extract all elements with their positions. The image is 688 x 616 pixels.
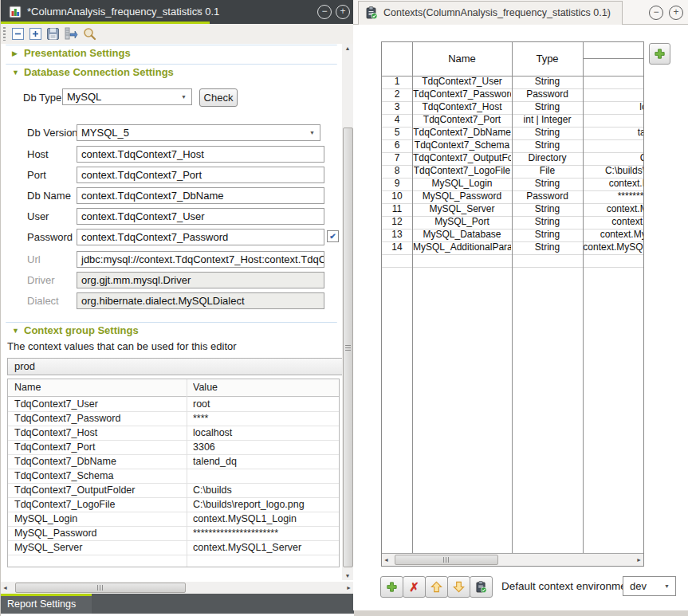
port-input[interactable]: context.TdqContext7_Port [77, 167, 324, 183]
value-column-header[interactable]: Value [193, 379, 336, 396]
move-down-button[interactable] [447, 576, 470, 598]
name-column-header[interactable]: Name [14, 379, 182, 396]
scroll-left-icon[interactable]: ◄ [383, 554, 389, 566]
vertical-scroll-thumb[interactable] [343, 128, 353, 567]
variable-name-cell[interactable]: TdqContext7_OutputFolder [413, 152, 511, 165]
user-input[interactable]: context.TdqContext7_User [77, 208, 324, 225]
variable-type-cell[interactable]: String [513, 76, 582, 88]
context-value-row[interactable]: TdqContext7_Schema [8, 469, 339, 484]
variable-type-cell[interactable]: Password [513, 88, 582, 101]
variable-name-cell[interactable]: TdqContext7_Host [413, 101, 511, 114]
variable-type-cell[interactable]: String [513, 139, 582, 152]
minimize-icon[interactable]: − [317, 5, 332, 19]
variable-type-cell[interactable]: Directory [513, 152, 582, 165]
variable-value-cell[interactable]: C:\builds\report_logo.png [583, 165, 644, 178]
close-icon[interactable]: × [603, 2, 610, 24]
context-variable-row[interactable]: 12 MySQL_Port String ▼ context.MySQL1_Po… [382, 216, 644, 230]
variable-type-cell[interactable]: File [513, 165, 582, 178]
context-variable-row[interactable]: 11 MySQL_Server String ▼ context.MySQL1_… [382, 203, 644, 217]
minimize-icon[interactable]: − [649, 6, 663, 20]
name-column-header[interactable]: Name [413, 42, 511, 76]
variable-type-cell[interactable]: String [513, 216, 582, 229]
url-input[interactable]: jdbc:mysql://context.TdqContext7_Host:co… [77, 251, 324, 268]
tab-column-analysis[interactable]: *ColumnAnalysis_frequency_statistics 0.1… [1, 0, 210, 24]
section-database-connection-settings[interactable]: ▼ Database Connection Settings [1, 65, 342, 80]
context-variable-row[interactable]: 14 MySQL_AdditionalParams String ▼ conte… [382, 241, 644, 255]
variable-type-cell[interactable]: Password [513, 190, 582, 203]
variable-value-cell[interactable]: context.MySQL1_Server [583, 203, 644, 216]
variable-name-cell[interactable]: TdqContext7_LogoFile [413, 165, 511, 178]
context-value-row[interactable]: TdqContext7_DbName talend_dq [8, 454, 339, 469]
context-variable-row[interactable]: 1 TdqContext7_User String ▼ root [382, 76, 644, 89]
variable-name-cell[interactable]: TdqContext7_User [413, 76, 511, 88]
context-value-row[interactable]: MySQL_Login context.MySQL1_Login [8, 512, 339, 527]
variable-value-cell[interactable]: ********************** [583, 190, 644, 203]
password-checkbox[interactable]: ✔ [327, 230, 339, 242]
variable-type-cell[interactable]: String [513, 203, 582, 216]
context-value-row[interactable]: TdqContext7_Host localhost [8, 426, 339, 441]
variable-value-cell[interactable]: talend_dq [583, 127, 644, 139]
variable-name-cell[interactable]: MySQL_Password [413, 190, 511, 203]
manage-contexts-button[interactable] [470, 576, 493, 598]
variable-name-cell[interactable]: TdqContext7_Port [413, 114, 511, 127]
type-column-header[interactable]: Type [513, 42, 582, 76]
variable-type-cell[interactable]: String [513, 229, 582, 241]
maximize-icon[interactable]: + [336, 5, 350, 19]
variable-type-cell[interactable]: String [513, 178, 582, 190]
context-variable-row[interactable]: 2 TdqContext7_Password Password ▼ **** [382, 88, 644, 102]
context-variable-row[interactable]: 8 TdqContext7_LogoFile File ▼ C:\builds\… [382, 165, 644, 179]
horizontal-scroll-thumb[interactable] [15, 583, 186, 593]
variable-name-cell[interactable]: MySQL_Port [413, 216, 511, 229]
tab-contexts[interactable]: Contexts(ColumnAnalysis_frequency_statis… [358, 1, 623, 26]
context-value-row[interactable]: MySQL_Server context.MySQL1_Server [8, 540, 339, 555]
variable-type-cell[interactable]: String [513, 241, 582, 254]
variable-type-cell[interactable]: int | Integer [513, 114, 582, 127]
context-variable-row[interactable]: 7 TdqContext7_OutputFolder Directory ▼ C… [382, 152, 644, 166]
variable-value-cell[interactable]: root [583, 76, 644, 88]
context-variable-row[interactable]: 9 MySQL_Login String ▼ context.MySQL1_Lo… [382, 178, 644, 191]
tab-report-settings[interactable]: Report Settings [1, 594, 92, 614]
close-icon[interactable]: × [196, 0, 202, 22]
context-variable-row[interactable]: 10 MySQL_Password Password ▼ ***********… [382, 190, 644, 204]
move-up-button[interactable] [425, 576, 448, 598]
password-input[interactable]: context.TdqContext7_Password [77, 229, 324, 245]
db-type-combo[interactable]: MySQL ▼ [62, 88, 192, 105]
context-variable-row[interactable]: 3 TdqContext7_Host String ▼ localhost [382, 101, 644, 115]
context-value-row[interactable]: TdqContext7_Port 3306 [8, 440, 339, 455]
variable-name-cell[interactable]: TdqContext7_Schema [413, 139, 511, 152]
context-group-name-bar[interactable]: prod [7, 358, 342, 375]
collapse-all-icon[interactable] [10, 26, 26, 41]
editor-horizontal-scrollbar[interactable]: ◄ ► [1, 582, 354, 594]
variable-name-cell[interactable]: MySQL_AdditionalParams [413, 241, 511, 254]
expand-all-icon[interactable] [28, 26, 43, 41]
refresh-report-icon[interactable] [63, 26, 78, 41]
editor-vertical-scrollbar[interactable]: ▲ ▼ [342, 44, 353, 580]
variable-type-cell[interactable]: String [513, 127, 582, 139]
variable-value-cell[interactable]: 3306 [583, 114, 644, 127]
zoom-icon[interactable] [82, 26, 97, 41]
environment-combo[interactable]: dev ▼ [623, 576, 676, 596]
scroll-up-icon[interactable]: ▲ [342, 45, 353, 51]
context-value-row[interactable]: MySQL_Password ********************** [8, 526, 339, 541]
variable-type-cell[interactable]: String [513, 101, 582, 114]
context-variable-row[interactable]: 6 TdqContext7_Schema String ▼ [382, 139, 644, 153]
save-icon[interactable] [45, 26, 61, 41]
variable-value-cell[interactable]: context.MySQL1_AdditionalParams [583, 241, 644, 254]
context-variable-row[interactable]: 5 TdqContext7_DbName String ▼ talend_dq [382, 127, 644, 140]
variable-value-cell[interactable]: context.MySQL1_Port [583, 216, 644, 229]
check-button[interactable]: Check [199, 88, 238, 107]
variable-name-cell[interactable]: MySQL_Server [413, 203, 511, 216]
variable-value-cell[interactable]: context.MySQL1_Login [583, 178, 644, 190]
toolbar-drag-handle[interactable] [3, 27, 6, 41]
scroll-left-icon[interactable]: ◄ [2, 582, 8, 594]
section-presentation-settings[interactable]: ▶ Presentation Settings [1, 46, 342, 61]
variable-value-cell[interactable]: **** [583, 88, 644, 101]
context-variable-row[interactable]: 4 TdqContext7_Port int | Integer ▼ 3306 [382, 114, 644, 128]
context-value-row[interactable]: TdqContext7_OutputFolder C:\builds [8, 483, 339, 498]
section-context-group-settings[interactable]: ▼ Context group Settings [1, 324, 342, 338]
scroll-right-icon[interactable]: ► [346, 582, 352, 594]
variable-name-cell[interactable]: MySQL_Database [413, 229, 511, 241]
scroll-right-icon[interactable]: ► [636, 554, 642, 566]
variable-name-cell[interactable]: TdqContext7_DbName [413, 127, 511, 139]
delete-context-button[interactable]: ✗ [403, 576, 426, 598]
